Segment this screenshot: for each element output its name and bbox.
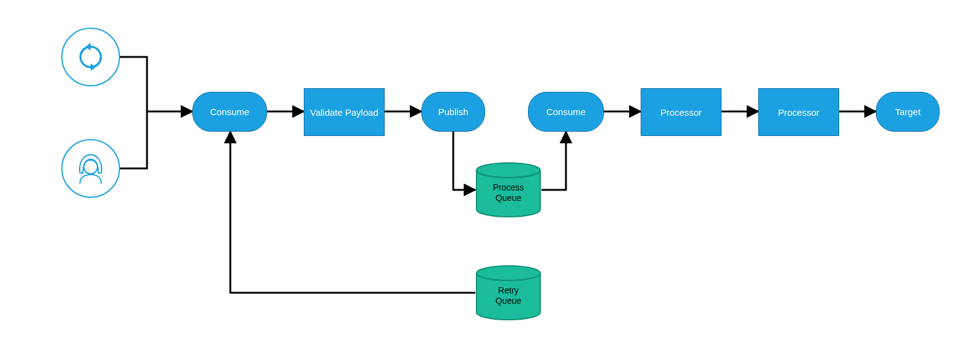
processor-2-label: Processor [778,107,820,118]
consume-2-label: Consume [546,107,586,117]
svg-point-1 [477,163,540,178]
process-queue-label-2: Queue [493,193,524,203]
consume-2-node: Consume [528,92,604,132]
svg-point-2 [477,266,540,281]
publish-node: Publish [421,92,485,132]
target-node: Target [876,92,940,132]
target-label: Target [895,107,921,117]
consume-1-node: Consume [192,92,267,132]
user-icon [72,150,109,187]
refresh-icon [75,42,106,72]
processor-1-label: Processor [660,107,702,118]
process-queue-label-1: Process [493,183,524,193]
retry-queue-node: Retry Queue [475,265,541,321]
processor-2-node: Processor [758,88,839,136]
user-node [61,139,120,198]
retry-queue-label-2: Queue [496,296,521,306]
consume-1-label: Consume [210,107,249,117]
process-queue-node: Process Queue [475,162,541,218]
validate-node: Validate Payload [304,88,385,136]
processor-1-node: Processor [641,88,722,136]
retry-queue-label-1: Retry [496,285,521,296]
svg-point-0 [84,160,98,174]
refresh-node [61,28,120,86]
publish-label: Publish [438,107,468,117]
validate-label: Validate Payload [310,107,378,118]
diagram-canvas: Consume Validate Payload Publish Consume… [0,0,980,354]
